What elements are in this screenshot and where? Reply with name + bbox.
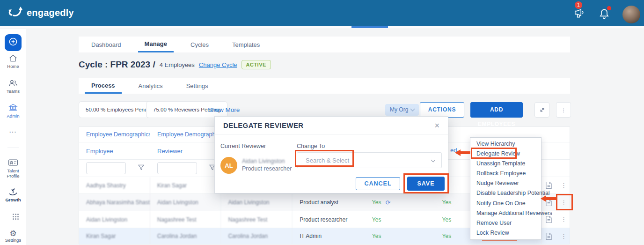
tab-settings[interactable]: Settings [180,78,215,94]
row-actions-kebab[interactable]: ⋮ [558,177,570,193]
group-header-1[interactable]: Employee Demographics [79,127,150,142]
cell-reviewer: Carolina Jordan [150,228,221,244]
cell-reviewer: Nagashree Test [150,211,221,228]
sidebar-item-growth[interactable]: Growth [0,186,26,202]
cell-role: IT Admin [293,228,365,244]
expand-button[interactable] [534,102,549,118]
top-navbar: engagedly [0,0,644,26]
engagedly-swoosh-icon [7,6,23,20]
cancel-button[interactable]: CANCEL [356,177,400,190]
menu-item-disable-leadership-potential[interactable]: Disable Leadership Potential [470,188,541,198]
row-context-menu: View Hierarchy Delegate Review Unassign … [470,137,542,240]
home-icon [0,54,26,62]
menu-item-rollback-employee[interactable]: Rollback Employee [470,169,541,178]
cell-employee: Kiran Sagar [79,228,150,244]
cell-status-1: Yes [365,211,435,228]
sidebar-divider [7,148,19,148]
search-select-placeholder: Search & Select [297,157,349,164]
chevron-down-icon [431,157,436,162]
menu-item-notify-one-on-one[interactable]: Notify One On One [470,199,541,208]
growth-icon [0,186,26,196]
actions-button[interactable]: ACTIONS [420,102,464,118]
main-tabbar: Dashboard Manage Cycles Templates [79,37,570,52]
tab-analytics[interactable]: Analytics [132,78,169,94]
add-employees-button[interactable]: ADD EMPLOYEES [470,102,523,118]
sidebar-item-teams[interactable]: Teams [0,79,26,94]
refresh-icon[interactable]: ⟳ [385,199,390,206]
menu-item-view-hierarchy[interactable]: View Hierarchy [470,139,541,149]
menu-item-lock-review[interactable]: Lock Review [470,228,541,238]
filter-funnel-icon[interactable] [138,164,144,172]
tab-process[interactable]: Process [85,78,122,94]
cycle-header: Cycle : FPR 2023 / 4 Employees Change Cy… [79,59,271,70]
column-header-reviewer[interactable]: Reviewer [150,142,221,159]
sidebar-item-talent-profile[interactable]: Talent Profile [0,158,26,178]
change-to-label: Change To [297,143,325,149]
sidebar-label-talent-profile: Talent Profile [3,168,23,178]
reviewer-avatar: AL [220,157,237,174]
employee-filter-input[interactable] [86,162,126,174]
cell-role: Product researcher [293,211,365,228]
menu-item-delegate-review[interactable]: Delegate Review [470,149,541,159]
menu-item-nudge-reviewer[interactable]: Nudge Reviewer [470,178,541,188]
sidebar-item-admin[interactable]: Admin [0,103,26,119]
table-options-button[interactable]: ⋮ [556,102,571,118]
tab-cycles[interactable]: Cycles [184,37,215,52]
menu-item-remove-user[interactable]: Remove User [470,218,541,228]
cell-reviewer2: Carolina Jordan [221,228,293,244]
reviewer-name: Aidan Livingston [242,158,285,164]
org-filter-dropdown[interactable]: My Org [385,104,419,116]
admin-bank-icon [0,103,26,112]
tab-manage[interactable]: Manage [138,37,174,52]
partially-hidden-column-header: ed [450,147,457,154]
reviewer-filter-input[interactable] [157,162,197,174]
sidebar-item-apps[interactable] [0,213,26,218]
sidebar-item-more[interactable]: ... [0,128,26,134]
sidebar-label-growth: Growth [5,197,21,202]
row-actions-kebab[interactable]: ⋮ [558,194,570,211]
teams-icon [0,79,26,87]
current-reviewer-label: Current Reviewer [220,143,266,149]
sidebar-item-home[interactable]: Home [0,54,26,69]
cycle-title: Cycle : FPR 2023 / [79,59,155,70]
review-form-icon[interactable] [542,228,558,244]
row-actions-kebab[interactable]: ⋮ [558,211,570,228]
menu-item-unassign-template[interactable]: Unassign Template [470,159,541,169]
cell-reviewer2: Aidan Livingston [221,194,293,211]
cell-reviewer: Aidan Livingston [150,194,221,211]
org-filter-label: My Org [390,106,408,113]
close-icon[interactable]: × [434,121,439,130]
apps-grid-icon [13,214,14,215]
brand-logo[interactable]: engagedly [7,6,74,20]
subnav-strip [0,26,644,29]
cell-employee: Abhaya Narasimha Shast... [79,194,150,211]
modal-title: DELEGATE REVIEWER [223,121,304,129]
sidebar-label-settings: Settings [5,238,21,243]
tab-dashboard[interactable]: Dashboard [85,37,128,52]
sidebar-item-settings[interactable]: ⚙ Settings [0,230,26,243]
cycle-status-badge: ACTIVE [242,60,271,69]
change-cycle-link[interactable]: Change Cycle [199,61,237,68]
cell-employee: Aadhya Shastry [79,177,150,193]
column-header-employee[interactable]: Employee [79,142,150,159]
notifications-dot [607,6,611,10]
settings-gear-icon: ⚙ [9,229,16,238]
menu-item-manage-additional-reviewers[interactable]: Manage Additional Reviewers [470,208,541,218]
active-nav-indicator [351,26,388,28]
group-header-2[interactable]: Employee Demographics [150,127,221,142]
chevron-down-icon [410,107,415,111]
plus-icon [8,37,18,48]
user-avatar[interactable] [622,6,640,23]
kebab-icon: ⋮ [561,106,567,113]
reviewer-role: Product researcher [242,165,292,172]
show-more-link[interactable]: Show More [208,106,240,113]
create-button[interactable] [5,34,22,51]
search-select-dropdown[interactable]: Search & Select [297,152,442,168]
row-actions-kebab[interactable]: ⋮ [558,228,570,244]
cycle-employee-count: 4 Employees [160,61,195,68]
announcements-icon[interactable] [573,7,585,20]
tab-templates[interactable]: Templates [226,37,266,52]
sidebar-label-home: Home [7,64,19,69]
save-button[interactable]: SAVE [407,177,445,191]
left-sidebar: Home Teams Admin ... [0,29,26,245]
